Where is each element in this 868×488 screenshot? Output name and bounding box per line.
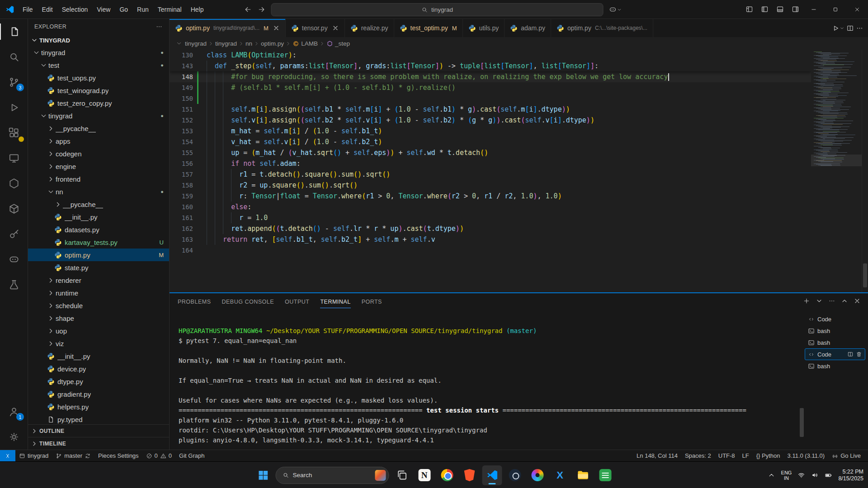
section-timeline[interactable]: TIMELINE xyxy=(28,437,169,450)
menu-edit[interactable]: Edit xyxy=(38,0,57,19)
code-line-149[interactable]: 149 # (self.b1 * self.m[i] + (1.0 - self… xyxy=(170,82,811,93)
line-number[interactable]: 150 xyxy=(170,93,201,104)
code-line-157[interactable]: 157 r1 = t.detach().square().sum().sqrt(… xyxy=(170,169,811,180)
breadcrumb-LAMB[interactable]: LAMB xyxy=(292,40,318,47)
tree-item-optim.py[interactable]: optim.pyM xyxy=(28,249,169,261)
volume-icon[interactable] xyxy=(811,471,819,479)
tree-item-__init__.py[interactable]: __init__.py xyxy=(28,211,169,223)
run-python-file-button[interactable] xyxy=(832,24,844,32)
tab-optim.py[interactable]: optim.py tinygrad\tinygrad\... M xyxy=(170,19,286,37)
line-number[interactable]: 152 xyxy=(170,115,201,126)
breadcrumb-nn[interactable]: nn xyxy=(245,40,252,47)
tree-item-kartavay_tests.py[interactable]: kartavay_tests.pyU xyxy=(28,236,169,249)
line-number[interactable]: 148 xyxy=(170,71,201,82)
tab-adam.py[interactable]: adam.py xyxy=(505,19,551,37)
tree-item-test_zero_copy.py[interactable]: test_zero_copy.py xyxy=(28,97,169,109)
status-workspace[interactable]: tinygrad xyxy=(15,450,52,461)
tree-item-tinygrad[interactable]: tinygrad● xyxy=(28,109,169,122)
breadcrumb-_step[interactable]: _step xyxy=(326,40,350,47)
line-number[interactable]: 164 xyxy=(170,245,201,256)
code-line-158[interactable]: 158 r2 = up.square().sum().sqrt() xyxy=(170,180,811,191)
language-indicator[interactable]: ENG IN xyxy=(781,470,792,481)
taskbar-app-notepad[interactable] xyxy=(595,465,615,485)
code-line-164[interactable]: 164 xyxy=(170,245,811,256)
terminal-instance-Code[interactable]: Code xyxy=(805,348,865,360)
tree-item-test_winograd.py[interactable]: test_winograd.py xyxy=(28,84,169,97)
tree-item-runtime[interactable]: runtime xyxy=(28,286,169,299)
line-number[interactable]: 159 xyxy=(170,191,201,202)
line-number[interactable]: 149 xyxy=(170,82,201,93)
split-editor-button[interactable] xyxy=(846,24,854,32)
tree-item-state.py[interactable]: state.py xyxy=(28,261,169,274)
line-number[interactable]: 157 xyxy=(170,169,201,180)
section-outline[interactable]: OUTLINE xyxy=(28,424,169,437)
activity-run-and-debug[interactable] xyxy=(0,95,28,120)
wifi-icon[interactable] xyxy=(797,471,805,479)
tree-item-renderer[interactable]: renderer xyxy=(28,274,169,286)
window-close-button[interactable] xyxy=(846,0,868,19)
breadcrumb-optim.py[interactable]: optim.py xyxy=(261,40,284,47)
taskbar-app-file-explorer[interactable] xyxy=(573,465,593,485)
status-encoding[interactable]: UTF-8 xyxy=(715,450,739,461)
tab-test_optim.py[interactable]: test_optim.py M xyxy=(394,19,463,37)
code-line-161[interactable]: 161 r = 1.0 xyxy=(170,212,811,223)
menu-terminal[interactable]: Terminal xyxy=(153,0,186,19)
new-terminal-button[interactable] xyxy=(803,297,810,306)
code-line-143[interactable]: 143 def _step(self, params:list[Tensor],… xyxy=(170,61,811,71)
forward-icon[interactable] xyxy=(258,5,266,14)
tree-item-apps[interactable]: apps xyxy=(28,135,169,147)
line-number[interactable]: 154 xyxy=(170,136,201,147)
terminal-instance-bash[interactable]: bash xyxy=(805,360,865,372)
code-line-151[interactable]: 151 self.m[i].assign((self.b1 * self.m[i… xyxy=(170,104,811,115)
minimap[interactable] xyxy=(811,50,862,292)
tree-item-test_uops.py[interactable]: test_uops.py xyxy=(28,71,169,84)
activity-remote-explorer[interactable] xyxy=(0,145,28,171)
battery-icon[interactable] xyxy=(825,471,832,479)
line-number[interactable]: 155 xyxy=(170,147,201,158)
taskbar-app-brave[interactable] xyxy=(460,465,480,485)
taskbar-app-photos[interactable] xyxy=(528,465,547,485)
tree-item-frontend[interactable]: frontend xyxy=(28,173,169,185)
taskbar-app-vscode[interactable] xyxy=(482,465,502,485)
status-eol[interactable]: LF xyxy=(739,450,753,461)
breadcrumb-tinygrad[interactable]: tinygrad xyxy=(185,40,207,47)
tree-item-py.typed[interactable]: py.typed xyxy=(28,413,169,424)
panel-tab-problems[interactable]: PROBLEMS xyxy=(178,293,211,310)
menu-run[interactable]: Run xyxy=(132,0,153,19)
window-maximize-button[interactable] xyxy=(825,0,846,19)
status-git-branch[interactable]: master xyxy=(52,450,94,461)
editor-scrollbar[interactable] xyxy=(862,50,868,292)
taskbar-app-chrome[interactable] xyxy=(437,465,457,485)
status-pieces-settings[interactable]: Pieces Settings xyxy=(94,450,142,461)
close-tab-icon[interactable] xyxy=(332,24,339,32)
taskbar-app-steam[interactable] xyxy=(505,465,525,485)
line-number[interactable]: 160 xyxy=(170,202,201,212)
tab-realize.py[interactable]: realize.py xyxy=(345,19,394,37)
terminal-output[interactable]: HP@ZARATHUSTRA MINGW64 ~/Desktop/YOUR ST… xyxy=(170,310,805,450)
code-line-156[interactable]: 156 if not self.adam: xyxy=(170,158,811,169)
menu-go[interactable]: Go xyxy=(115,0,132,19)
taskbar-app-task-view[interactable] xyxy=(392,465,412,485)
tree-item-device.py[interactable]: device.py xyxy=(28,362,169,375)
terminal-instance-bash[interactable]: bash xyxy=(805,325,865,337)
activity-copilot-chat[interactable] xyxy=(0,247,28,272)
tree-item-__init__.py[interactable]: __init__.py xyxy=(28,350,169,362)
tree-item-test[interactable]: test● xyxy=(28,59,169,71)
code-line-148[interactable]: 148 #for bug reproducing, so there is so… xyxy=(170,71,811,82)
toggle-panel-button[interactable] xyxy=(772,0,788,19)
terminal-instance-Code[interactable]: Code xyxy=(805,313,865,325)
window-minimize-button[interactable] xyxy=(803,0,825,19)
terminal-instance-bash[interactable]: bash xyxy=(805,337,865,348)
activity-settings[interactable] xyxy=(0,424,28,450)
status-indentation[interactable]: Spaces: 2 xyxy=(681,450,715,461)
tab-utils.py[interactable]: utils.py xyxy=(463,19,505,37)
tree-item-__pycache__[interactable]: __pycache__ xyxy=(28,122,169,135)
maximize-panel-button[interactable] xyxy=(841,297,848,306)
activity-extensions[interactable] xyxy=(0,120,28,145)
tree-item-__pycache__[interactable]: __pycache__ xyxy=(28,198,169,211)
tree-item-dtype.py[interactable]: dtype.py xyxy=(28,375,169,388)
tree-item-shape[interactable]: shape xyxy=(28,312,169,324)
code-line-163[interactable]: 163 return ret, [self.b1_t, self.b2_t] +… xyxy=(170,234,811,245)
code-line-155[interactable]: 155 up = (m_hat / (v_hat.sqrt() + self.e… xyxy=(170,147,811,158)
line-number[interactable]: 161 xyxy=(170,212,201,223)
